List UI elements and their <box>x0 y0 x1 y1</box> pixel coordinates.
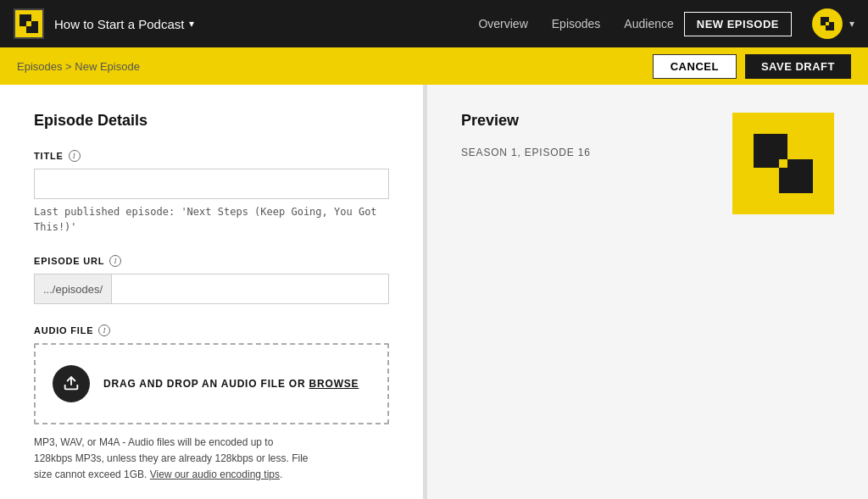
audio-info-icon: i <box>98 324 110 336</box>
cancel-button[interactable]: CANCEL <box>653 54 737 79</box>
url-input[interactable] <box>112 274 388 303</box>
title-info-icon: i <box>69 150 81 162</box>
breadcrumb-separator: > <box>62 60 75 73</box>
drop-label: DRAG AND DROP AN AUDIO FILE OR <box>103 378 309 390</box>
show-title-chevron: ▾ <box>189 18 194 30</box>
title-label: TITLE i <box>34 150 389 162</box>
breadcrumb-episodes[interactable]: Episodes <box>17 60 62 73</box>
user-avatar[interactable] <box>812 8 843 39</box>
audio-encoding-tips-link[interactable]: View our audio encoding tips <box>150 469 280 480</box>
app-logo-outer <box>14 8 44 39</box>
svg-marker-9 <box>826 22 829 25</box>
show-title: How to Start a Podcast <box>54 17 184 31</box>
episode-url-label: EPISODE URL i <box>34 255 389 267</box>
avatar-icon <box>818 14 837 33</box>
nav-link-audience[interactable]: Audience <box>624 17 673 30</box>
left-panel: Episode Details TITLE i Last published e… <box>0 85 424 499</box>
show-title-area[interactable]: How to Start a Podcast ▾ <box>54 17 194 31</box>
nav-links: Overview Episodes Audience <box>478 17 673 30</box>
audio-file-field-group: AUDIO FILE i DRAG AND DROP AN AUDIO FILE… <box>34 324 389 484</box>
audio-file-label-text: AUDIO FILE <box>34 325 93 335</box>
audio-hint: MP3, WAV, or M4A - Audio files will be e… <box>34 435 389 484</box>
episode-details-title: Episode Details <box>34 112 389 130</box>
episode-url-label-text: EPISODE URL <box>34 256 104 266</box>
preview-thumbnail <box>732 113 834 214</box>
logo-icon <box>14 8 44 39</box>
audio-hint-line2: 128kbps MP3s, unless they are already 12… <box>34 452 309 464</box>
title-field-group: TITLE i Last published episode: 'Next St… <box>34 150 389 235</box>
upload-icon <box>53 365 90 402</box>
title-input[interactable] <box>34 169 389 199</box>
audio-drop-zone[interactable]: DRAG AND DROP AN AUDIO FILE OR BROWSE <box>34 343 389 424</box>
audio-hint-end: . <box>280 469 282 480</box>
browse-link[interactable]: BROWSE <box>309 378 359 390</box>
top-navigation: How to Start a Podcast ▾ Overview Episod… <box>0 0 868 47</box>
url-input-wrapper: .../episodes/ <box>34 274 389 304</box>
drop-text: DRAG AND DROP AN AUDIO FILE OR BROWSE <box>103 378 359 390</box>
main-content: Episode Details TITLE i Last published e… <box>0 85 868 499</box>
audio-file-label: AUDIO FILE i <box>34 324 389 336</box>
breadcrumb-new-episode: New Episode <box>75 60 140 73</box>
breadcrumb-bar: Episodes > New Episode CANCEL SAVE DRAFT <box>0 47 868 85</box>
avatar-chevron: ▾ <box>849 18 854 30</box>
url-info-icon: i <box>109 255 121 267</box>
nav-link-overview[interactable]: Overview <box>478 17 527 30</box>
new-episode-button[interactable]: NEW EPISODE <box>684 12 792 36</box>
audio-hint-line1: MP3, WAV, or M4A - Audio files will be e… <box>34 436 273 448</box>
breadcrumb: Episodes > New Episode <box>17 60 140 73</box>
title-label-text: TITLE <box>34 151 64 161</box>
upload-arrow-icon <box>62 374 81 393</box>
episode-meta: SEASON 1, EPISODE 16 <box>461 147 591 158</box>
save-draft-button[interactable]: SAVE DRAFT <box>745 54 851 79</box>
episode-url-field-group: EPISODE URL i .../episodes/ <box>34 255 389 304</box>
nav-link-episodes[interactable]: Episodes <box>552 17 601 30</box>
thumbnail-logo-icon <box>749 130 817 197</box>
audio-hint-line3: size cannot exceed 1GB. <box>34 469 147 480</box>
title-hint: Last published episode: 'Next Steps (Kee… <box>34 204 389 235</box>
right-panel: Preview SEASON 1, EPISODE 16 <box>427 85 868 499</box>
svg-marker-5 <box>26 21 31 26</box>
breadcrumb-actions: CANCEL SAVE DRAFT <box>653 54 851 79</box>
svg-marker-12 <box>779 159 787 168</box>
url-prefix: .../episodes/ <box>35 274 112 303</box>
